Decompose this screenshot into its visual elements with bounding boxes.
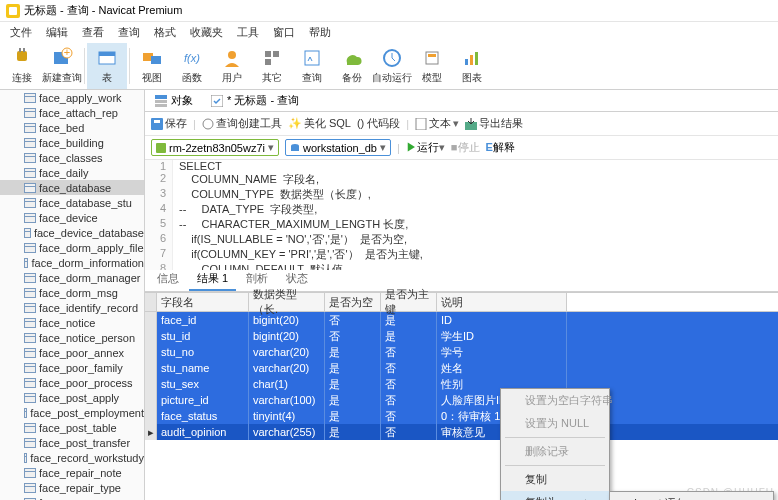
cell[interactable]: 是: [325, 424, 381, 440]
cell[interactable]: char(1): [249, 376, 325, 392]
sidebar-item-face_record_workstudy[interactable]: face_record_workstudy: [0, 450, 144, 465]
menu-query[interactable]: 查询: [112, 23, 146, 42]
toolbar-query-button[interactable]: 查询: [292, 43, 332, 89]
toolbar-other-button[interactable]: 其它: [252, 43, 292, 89]
column-header[interactable]: 说明: [437, 293, 567, 311]
cell[interactable]: face_id: [157, 312, 249, 328]
tab-result1[interactable]: 结果 1: [189, 268, 236, 291]
snippet-button[interactable]: () 代码段: [357, 116, 400, 131]
sidebar-item-face_poor_annex[interactable]: face_poor_annex: [0, 345, 144, 360]
cell[interactable]: 否: [381, 376, 437, 392]
ctx-set-blank[interactable]: 设置为空白字符串: [501, 389, 609, 412]
menu-edit[interactable]: 编辑: [40, 23, 74, 42]
cell[interactable]: bigint(20): [249, 328, 325, 344]
toolbar-auto-button[interactable]: 自动运行: [372, 43, 412, 89]
cell[interactable]: tinyint(4): [249, 408, 325, 424]
table-row[interactable]: stu_sexchar(1)是否性别: [145, 376, 778, 392]
cell[interactable]: 否: [381, 344, 437, 360]
menu-help[interactable]: 帮助: [303, 23, 337, 42]
explain-button[interactable]: E解释: [486, 140, 515, 155]
column-header[interactable]: 是否为空: [325, 293, 381, 311]
cell[interactable]: 否: [325, 312, 381, 328]
sidebar-item-face_post_table[interactable]: face_post_table: [0, 420, 144, 435]
sidebar-item-face_database_stu[interactable]: face_database_stu: [0, 195, 144, 210]
menu-favorites[interactable]: 收藏夹: [184, 23, 229, 42]
sidebar-item-face_dorm_manager[interactable]: face_dorm_manager: [0, 270, 144, 285]
toolbar-view-button[interactable]: 视图: [132, 43, 172, 89]
cell[interactable]: 是: [325, 392, 381, 408]
table-row[interactable]: stu_novarchar(20)是否学号: [145, 344, 778, 360]
toolbar-fx-button[interactable]: f(x)函数: [172, 43, 212, 89]
run-button[interactable]: ▶运行▾: [406, 140, 445, 155]
cell[interactable]: 是: [381, 328, 437, 344]
table-row[interactable]: ▸audit_opinionvarchar(255)是否审核意见: [145, 424, 778, 440]
cell[interactable]: varchar(20): [249, 360, 325, 376]
sidebar-item-face_bed[interactable]: face_bed: [0, 120, 144, 135]
querybuilder-button[interactable]: 查询创建工具: [202, 116, 282, 131]
sidebar-item-face_building[interactable]: face_building: [0, 135, 144, 150]
sidebar-item-face_apply_work[interactable]: face_apply_work: [0, 90, 144, 105]
toolbar-model-button[interactable]: 模型: [412, 43, 452, 89]
sidebar-item-face_post_apply[interactable]: face_post_apply: [0, 390, 144, 405]
ctx-copy[interactable]: 复制: [501, 468, 609, 491]
column-header[interactable]: 数据类型（长.: [249, 293, 325, 311]
sidebar-item-face_poor_process[interactable]: face_poor_process: [0, 375, 144, 390]
sidebar-item-face_notice_person[interactable]: face_notice_person: [0, 330, 144, 345]
toolbar-table-button[interactable]: 表: [87, 43, 127, 89]
cell[interactable]: varchar(20): [249, 344, 325, 360]
menu-format[interactable]: 格式: [148, 23, 182, 42]
sidebar-item-face_daily[interactable]: face_daily: [0, 165, 144, 180]
menu-file[interactable]: 文件: [4, 23, 38, 42]
export-button[interactable]: 导出结果: [465, 116, 523, 131]
cell[interactable]: ID: [437, 312, 567, 328]
sidebar-item-face_notice[interactable]: face_notice: [0, 315, 144, 330]
sidebar-item-face_post_employment[interactable]: face_post_employment: [0, 405, 144, 420]
cell[interactable]: face_status: [157, 408, 249, 424]
cell[interactable]: 是: [325, 344, 381, 360]
sql-editor[interactable]: 1SELECT2 COLUMN_NAME 字段名,3 COLUMN_TYPE 数…: [145, 160, 778, 270]
sidebar-item-face_device_database[interactable]: face_device_database: [0, 225, 144, 240]
table-row[interactable]: stu_namevarchar(20)是否姓名: [145, 360, 778, 376]
cell[interactable]: 学号: [437, 344, 567, 360]
cell[interactable]: stu_name: [157, 360, 249, 376]
sidebar-item-face_room[interactable]: face_room: [0, 495, 144, 500]
database-dropdown[interactable]: workstation_db ▾: [285, 139, 391, 156]
sidebar-item-face_poor_family[interactable]: face_poor_family: [0, 360, 144, 375]
sub-insert[interactable]: Insert 语句: [610, 492, 773, 500]
sidebar-item-face_dorm_information[interactable]: face_dorm_information: [0, 255, 144, 270]
tab-query[interactable]: * 无标题 - 查询: [207, 91, 303, 110]
cell[interactable]: 否: [381, 360, 437, 376]
toolbar-newquery-button[interactable]: +新建查询: [42, 43, 82, 89]
cell[interactable]: stu_sex: [157, 376, 249, 392]
cell[interactable]: varchar(100): [249, 392, 325, 408]
toolbar-user-button[interactable]: 用户: [212, 43, 252, 89]
sidebar-item-face_repair_note[interactable]: face_repair_note: [0, 465, 144, 480]
sidebar-item-face_post_transfer[interactable]: face_post_transfer: [0, 435, 144, 450]
cell[interactable]: 否: [325, 328, 381, 344]
table-row[interactable]: picture_idvarchar(100)是否人脸库图片ID: [145, 392, 778, 408]
cell[interactable]: stu_id: [157, 328, 249, 344]
cell[interactable]: audit_opinion: [157, 424, 249, 440]
menu-view[interactable]: 查看: [76, 23, 110, 42]
table-row[interactable]: stu_idbigint(20)否是学生ID: [145, 328, 778, 344]
toolbar-backup-button[interactable]: 备份: [332, 43, 372, 89]
cell[interactable]: picture_id: [157, 392, 249, 408]
beautify-button[interactable]: ✨美化 SQL: [288, 116, 351, 131]
cell[interactable]: 学生ID: [437, 328, 567, 344]
tab-info[interactable]: 信息: [149, 268, 187, 291]
menu-tools[interactable]: 工具: [231, 23, 265, 42]
sidebar-item-face_database[interactable]: face_database: [0, 180, 144, 195]
tab-objects[interactable]: 对象: [151, 91, 197, 110]
cell[interactable]: 是: [325, 360, 381, 376]
cell[interactable]: varchar(255): [249, 424, 325, 440]
sidebar-item-face_dorm_apply_file[interactable]: face_dorm_apply_file: [0, 240, 144, 255]
table-row[interactable]: face_statustinyint(4)是否0：待审核 1：已通过: [145, 408, 778, 424]
cell[interactable]: 是: [381, 312, 437, 328]
cell[interactable]: 是: [325, 376, 381, 392]
column-header[interactable]: 是否为主键: [381, 293, 437, 311]
sidebar-item-face_identify_record[interactable]: face_identify_record: [0, 300, 144, 315]
cell[interactable]: 姓名: [437, 360, 567, 376]
cell[interactable]: 否: [381, 408, 437, 424]
ctx-set-null[interactable]: 设置为 NULL: [501, 412, 609, 435]
save-button[interactable]: 保存: [151, 116, 187, 131]
